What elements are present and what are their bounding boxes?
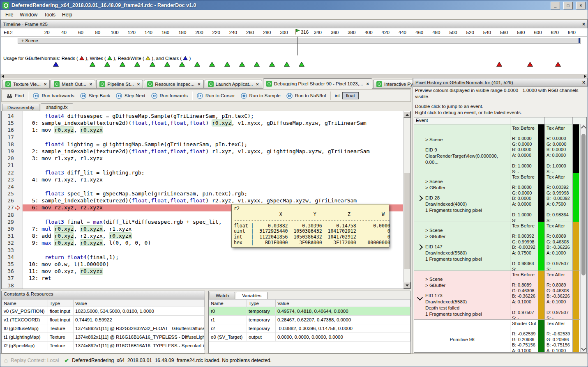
close-tab-icon[interactable]: × — [198, 82, 200, 87]
usage-marker-blue[interactable] — [53, 62, 59, 68]
tab-resource-inspec[interactable]: Resource Inspec...× — [144, 80, 203, 88]
menu-help[interactable]: Help — [59, 11, 76, 19]
menu-tools[interactable]: Tools — [41, 11, 59, 19]
code-vertical-scrollbar[interactable] — [403, 111, 410, 289]
pixel-history-scrollbar[interactable] — [580, 124, 586, 352]
usage-marker-red[interactable] — [555, 62, 561, 68]
code-line-34[interactable]: 34 return float4(final,1); — [2, 254, 404, 261]
table-row[interactable]: t2 (gSpecMap)Texture1374x892x1[11] @ R16… — [2, 342, 205, 350]
float-display-toggle[interactable]: float — [342, 92, 359, 99]
code-line-26[interactable]: 26 5: sample_indexable(texture2d)(float,… — [2, 197, 404, 204]
close-tab-icon[interactable]: × — [137, 82, 140, 87]
variable-row-o0[interactable]: o0 (SV_Target)output0.0000, 0.0000, 0.00… — [209, 333, 410, 342]
timeline-panel[interactable]: EID: 20406080100120140160180200220240260… — [1, 28, 587, 74]
pixel-history-event-eid-147[interactable]: > Scene> GBufferEID 147DrawIndexed(5580)… — [414, 222, 586, 271]
step-next-button[interactable]: Step Next — [113, 92, 148, 100]
close-tab-icon[interactable]: × — [367, 81, 369, 86]
close-tab-icon[interactable]: × — [44, 82, 46, 87]
table-row[interactable]: v0 (SV_POSITION)float input1023.5000, 53… — [2, 307, 205, 316]
usage-marker-green[interactable] — [269, 62, 275, 68]
scene-bar[interactable]: + Scene — [18, 38, 581, 44]
usage-marker-green[interactable] — [254, 62, 260, 68]
code-line-36[interactable]: 36 11: mov o0.xyz, r0.xyzx — [2, 268, 404, 275]
usage-marker-green[interactable] — [104, 62, 111, 68]
tab-texture-vie[interactable]: Texture Vie...× — [2, 80, 50, 88]
shader-code-editor[interactable]: 14 float4 diffusespec = gDiffuseMap.Samp… — [1, 111, 411, 289]
tab-pipeline-st[interactable]: Pipeline St...× — [96, 80, 143, 88]
usage-marker-green[interactable] — [179, 62, 185, 68]
variable-row-r1[interactable]: r1temporary0.28467, 0.62207, 0.47388, 0.… — [209, 316, 410, 324]
code-line-19[interactable]: 19 2: sample_indexable(texture2d)(float,… — [2, 148, 404, 155]
close-tab-icon[interactable]: × — [256, 82, 258, 87]
maximize-button[interactable]: □ — [563, 2, 573, 9]
int-display-button[interactable]: int — [332, 92, 342, 99]
code-scroll-thumb[interactable] — [404, 173, 410, 269]
pixel-history-table[interactable]: Event > SceneEID 9ClearRenderTargetView(… — [414, 117, 587, 353]
scroll-down-icon[interactable] — [404, 282, 410, 289]
pixel-history-event-eid-9[interactable]: > SceneEID 9ClearRenderTargetView(0.0000… — [414, 124, 586, 173]
scroll-up-icon[interactable] — [404, 111, 410, 118]
usage-marker-green[interactable] — [164, 62, 171, 68]
pixel-history-event-eid-28[interactable]: > Scene> GBufferEID 28DrawIndexed(4800)1… — [414, 173, 586, 222]
pixel-history-event-primitive[interactable]: Primitive 98Shader OutR: -0.62539G: 0.20… — [414, 320, 586, 352]
eid-ruler[interactable]: EID: 20406080100120140160180200220240260… — [1, 28, 587, 37]
splitter-collapse-left-icon[interactable] — [2, 75, 4, 78]
code-line-14[interactable]: 14 float4 diffusespec = gDiffuseMap.Samp… — [2, 113, 404, 120]
code-line-38[interactable]: 38 — [2, 282, 404, 289]
usage-marker-red[interactable] — [527, 62, 533, 68]
run-to-sample-button[interactable]: Run to Sample — [238, 92, 284, 100]
close-button[interactable]: × — [576, 2, 586, 9]
variable-row-r2[interactable]: r2temporary-0.03882, 0.30396, 0.14758, 0… — [209, 324, 410, 333]
code-line-17[interactable]: 17 — [2, 134, 404, 141]
usage-marker-green[interactable] — [209, 62, 215, 68]
variable-row-r0[interactable]: r0temporary0.49574, 0.4818, 0.40644, 0.0… — [209, 307, 410, 316]
current-eid-flag[interactable]: 316 — [294, 29, 309, 35]
code-line-24[interactable]: 24 — [2, 184, 404, 190]
tab-variables[interactable]: Variables — [236, 292, 267, 299]
usage-marker-green[interactable] — [150, 62, 156, 68]
pixel-history-close-icon[interactable]: × — [582, 80, 585, 85]
usage-marker-green[interactable] — [90, 62, 96, 68]
usage-marker-green[interactable] — [194, 62, 201, 68]
code-line-18[interactable]: 18 float4 lighting = gLightingMap.Sample… — [2, 141, 404, 148]
usage-marker-green[interactable] — [224, 62, 231, 68]
code-line-23[interactable]: 23 4: mov r1.xyz, r1.xyzx — [2, 177, 404, 184]
run-backwards-button[interactable]: Run backwards — [30, 92, 77, 100]
usage-marker-green[interactable] — [299, 62, 305, 68]
scroll-up-icon[interactable] — [581, 125, 586, 131]
editor-tab-disassembly[interactable]: Disassembly — [2, 104, 39, 111]
table-row[interactable]: t1 (gLightingMap)Texture1374x892x1[11] @… — [2, 333, 205, 342]
code-line-16[interactable]: 16 1: mov r0.xyz, r0.xyzx — [2, 127, 404, 134]
tab-watch[interactable]: Watch — [210, 292, 235, 299]
splitter-collapse-right-icon[interactable] — [584, 75, 586, 78]
step-back-button[interactable]: Step Back — [77, 92, 113, 100]
table-row[interactable]: t0 (gDiffuseMap)Texture1374x892x1[11] @ … — [2, 324, 205, 333]
chevron-down-icon[interactable] — [417, 295, 423, 300]
menu-window[interactable]: Window — [16, 11, 41, 19]
code-line-22[interactable]: 22 float3 diff_lit = lighting.rgb; — [2, 170, 404, 177]
run-to-nan-button[interactable]: Run to NaN/Inf — [284, 92, 329, 100]
find-button[interactable]: Find — [3, 92, 27, 100]
usage-marker-green[interactable] — [284, 62, 290, 68]
minimize-button[interactable]: _ — [551, 2, 560, 9]
home-icon[interactable]: ⌂ — [4, 357, 8, 364]
timeline-close-icon[interactable]: × — [582, 21, 585, 27]
code-line-37[interactable]: 37 12: ret — [2, 275, 404, 282]
usage-marker-green[interactable] — [120, 62, 126, 68]
chevron-right-icon[interactable] — [417, 244, 423, 250]
pixel-history-event-eid-173[interactable]: > Scene> GBufferEID 173DrawIndexed(5580)… — [414, 271, 586, 320]
run-to-cursor-button[interactable]: Run to Cursor — [194, 92, 238, 100]
scroll-down-icon[interactable] — [581, 346, 586, 351]
usage-marker-green[interactable] — [134, 62, 141, 68]
editor-tab-shading-fx[interactable]: shading.fx — [41, 103, 73, 111]
pixel-history-scroll-thumb[interactable] — [581, 134, 586, 275]
chevron-right-icon[interactable] — [417, 195, 423, 201]
tab-mesh-out[interactable]: Mesh Out...× — [51, 80, 95, 88]
code-line-35[interactable]: 35 10: mov o0.w, l(1.000000) — [2, 261, 404, 268]
usage-marker-red[interactable] — [496, 62, 503, 68]
tab-debugging-pixel-shader-90-pixel-1023[interactable]: Debugging Pixel Shader 90 - Pixel 1023,.… — [263, 78, 372, 89]
tab-launch-applicat[interactable]: Launch Applicat...× — [205, 80, 262, 88]
horizontal-splitter[interactable] — [0, 74, 588, 78]
code-line-33[interactable]: 33 — [2, 247, 404, 254]
menu-file[interactable]: File — [2, 11, 16, 19]
